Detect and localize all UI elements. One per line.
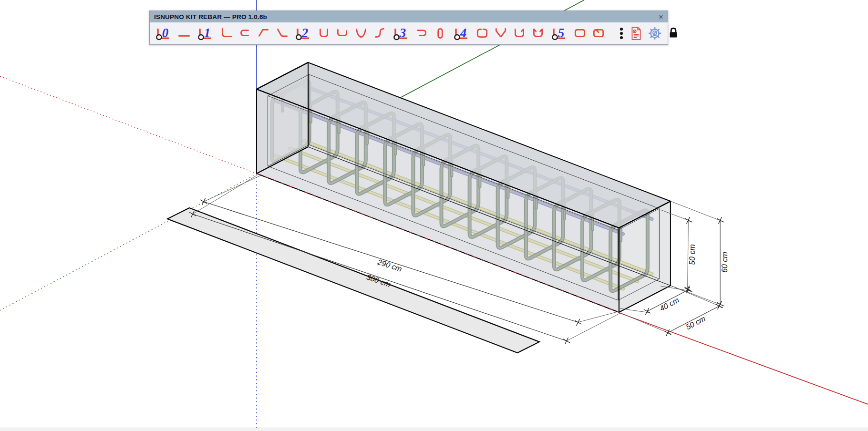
dimension-label-cage-length: 290 cm [376,257,403,273]
group-number-label: 3 [399,26,406,40]
rebar-shape-glyph [534,29,542,36]
dimension-extension-line [204,175,262,202]
stirrup-u-hook2-icon [531,27,545,40]
rebar-shape-glyph [417,31,425,36]
dimension-extension-line [578,311,621,322]
bar-c-flat-icon [415,27,428,40]
tool-bar-s-curve[interactable] [373,27,386,40]
dimension-end-mark [577,319,580,326]
rebar-shape-glyph [259,30,268,36]
dimension-extension-line [671,201,724,222]
bar-oval-icon [434,27,447,40]
group-number-label: 4 [460,26,467,40]
gear-settings-icon [648,26,662,41]
rebar-shape-glyph [320,29,327,36]
group-number-label: 1 [204,26,211,40]
bar-u-icon [317,27,331,40]
tool-bar-c-flat[interactable] [415,27,428,40]
viewport-3d-scene[interactable]: 290 cm300 cm40 cm50 cm50 cm60 cm [0,0,868,431]
tool-bar-j-hook[interactable] [336,27,349,40]
rebar-shape-glyph [575,30,584,36]
toolbar-buttons-row: 012345 [150,22,668,44]
lock-icon [667,26,680,41]
tool-group-0[interactable]: 0 [154,26,172,41]
rebar-shape-glyph [338,30,346,35]
dimension-beam-height[interactable]: 60 cm [671,201,729,308]
bar-v-flared-icon [494,27,507,40]
rebar-shape-glyph [496,29,505,36]
tool-group-4[interactable]: 4 [452,26,470,41]
rebar-shape-glyph [356,29,365,37]
dimension-end-mark [565,338,568,344]
stirrup-u-hook-icon [513,27,526,40]
kebab-menu-icon [618,26,625,41]
sketchup-viewport[interactable]: 290 cm300 cm40 cm50 cm50 cm60 cm ISNUPNO… [0,0,868,431]
tool-stirrup-rect-hook[interactable] [592,27,605,40]
dimension-label-beam-width: 50 cm [684,315,707,331]
rebar-shape-glyph [241,31,248,36]
dimension-extension-line [671,286,723,308]
rebar-toolbar[interactable]: ISNUPNO KIT REBAR — PRO 1.0.6b × 012345 [149,10,668,45]
dimension-label-cage-height: 50 cm [688,244,696,265]
tool-settings[interactable] [648,26,662,41]
dimension-end-mark [202,198,206,205]
tool-bar-v-round[interactable] [354,27,368,40]
tool-stirrup-open-top[interactable] [475,27,489,40]
red-axis [619,313,868,404]
group-number-label: 5 [558,26,565,40]
dimension-extension-line [567,313,620,341]
tool-stirrup-u-hook[interactable] [513,27,526,40]
close-icon[interactable]: × [659,13,663,21]
tool-bar-u[interactable] [317,27,331,40]
stirrup-rect-hook-icon [592,27,605,40]
group-number-label: 0 [162,26,169,40]
dimension-label-cage-width: 40 cm [658,296,680,312]
stirrup-open-top-icon [475,27,489,40]
bar-l-bend-icon [219,27,233,40]
rebar-shape-glyph [438,29,443,38]
stirrup-rect-icon [573,27,587,40]
bar-s-curve-icon [373,27,386,40]
group-origin-dot [157,35,162,40]
tool-bar-c[interactable] [238,27,251,40]
window-bottom-edge [0,428,868,431]
group-origin-dot [455,35,460,40]
tool-bar-straight[interactable] [177,27,191,40]
green-axis-negative [0,174,256,310]
group-number-label: 2 [301,26,309,40]
bar-c-icon [238,27,251,40]
tool-bar-oval[interactable] [434,27,447,40]
group-origin-dot [297,35,301,40]
tool-group-3[interactable]: 3 [392,26,410,41]
tool-license-lock[interactable] [667,26,680,41]
tool-bar-diag-l[interactable] [275,27,289,40]
tool-group-2[interactable]: 2 [294,26,312,41]
dimension-end-mark [646,308,649,315]
tool-stirrup-rect[interactable] [573,27,587,40]
tool-report[interactable] [630,26,642,41]
tool-stirrup-u-hook2[interactable] [531,27,545,40]
tool-bar-angle[interactable] [257,27,270,40]
dimension-extension-line [619,312,672,334]
tool-bar-v-flared[interactable] [494,27,507,40]
tool-group-5[interactable]: 5 [550,26,568,41]
rebar-shape-glyph [375,29,383,37]
group-origin-dot [394,35,399,40]
bar-straight-icon [177,27,191,40]
rebar-shape-glyph [477,29,486,37]
toolbar-titlebar[interactable]: ISNUPNO KIT REBAR — PRO 1.0.6b × [150,11,668,22]
tool-bar-l-bend[interactable] [219,27,233,40]
toolbar-title: ISNUPNO KIT REBAR — PRO 1.0.6b [154,13,267,21]
group-origin-dot [553,35,558,40]
group-origin-dot [199,35,204,40]
tool-group-1[interactable]: 1 [196,26,214,41]
rebar-shape-glyph [515,29,523,36]
bar-j-hook-icon [336,27,349,40]
report-document-icon [630,26,642,41]
red-axis-negative [0,76,254,173]
dimension-label-beam-height: 60 cm [721,252,729,273]
rebar-shape-glyph [278,29,287,36]
bar-v-round-icon [354,27,368,40]
tool-more-options[interactable] [618,26,625,41]
bar-diag-l-icon [275,27,289,40]
